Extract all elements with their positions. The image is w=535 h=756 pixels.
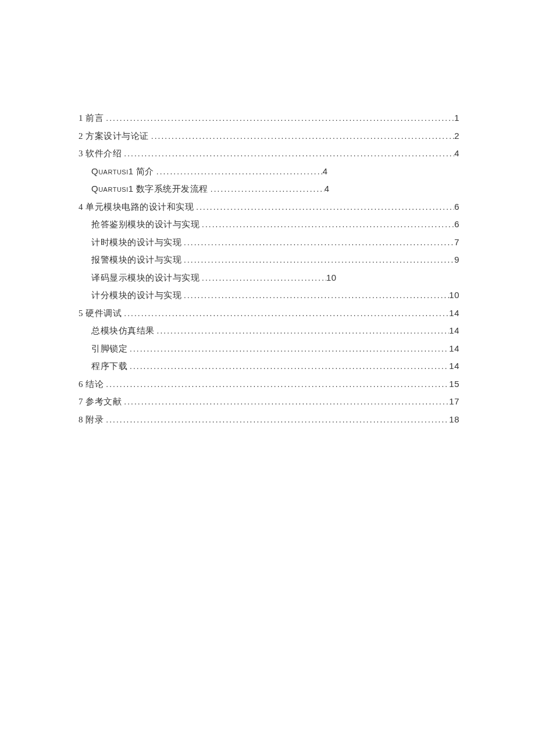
toc-leader [194, 203, 454, 211]
toc-page: 10 [326, 273, 337, 282]
toc-leader [199, 274, 326, 282]
toc-leader [122, 309, 449, 317]
toc-title: 程序下载 [91, 362, 127, 371]
toc-title: 3 软件介绍 [79, 149, 122, 158]
toc-title: 2 方案设计与论证 [79, 132, 149, 141]
toc-leader [181, 291, 449, 299]
toc-title: 1 前言 [79, 114, 104, 123]
toc-title: Quartusi1 数字系统开发流程 [91, 184, 208, 194]
toc-leader [104, 415, 449, 424]
toc-page: 9 [454, 255, 459, 264]
toc-entry: 计分模块的设计与实现 10 [79, 291, 459, 300]
toc-title: 总模块仿真结果 [91, 327, 155, 335]
toc-page: 6 [454, 202, 459, 211]
toc-entry: 总模块仿真结果 14 [79, 326, 459, 335]
toc-page: 18 [449, 415, 459, 424]
toc-entry: 3 软件介绍 4 [79, 149, 459, 158]
toc-entry: 程序下载 14 [79, 361, 459, 371]
toc-leader [155, 327, 450, 335]
toc-leader [122, 397, 449, 406]
toc-leader [104, 114, 454, 122]
toc-leader [127, 362, 449, 370]
toc-leader [104, 380, 449, 388]
toc-page: 17 [449, 397, 459, 406]
toc-title: 5 硬件调试 [79, 309, 122, 318]
toc-title: 计分模块的设计与实现 [91, 291, 181, 300]
toc-entry: 计时模块的设计与实现 7 [79, 238, 459, 247]
toc-title-sc: Quartusi1 [91, 166, 134, 176]
toc-page: 14 [449, 344, 459, 353]
toc-title: 8 附录 [79, 415, 104, 424]
toc-title: 引脚锁定 [91, 345, 127, 353]
toc-title: 抢答鉴别模块的设计与实现 [91, 220, 199, 229]
toc-entry: 抢答鉴别模块的设计与实现 6 [79, 220, 459, 229]
toc-title-rest: 简介 [134, 167, 154, 176]
toc-page: 14 [449, 361, 459, 370]
toc-leader [154, 167, 323, 175]
toc-page: 4 [324, 184, 330, 193]
toc-entry: 1 前言 1 [79, 113, 459, 123]
toc-page: 2 [454, 131, 459, 140]
toc-title: 计时模块的设计与实现 [91, 238, 181, 247]
toc-title: 7 参考文献 [79, 397, 122, 406]
toc-entry: 6 结论 15 [79, 379, 459, 389]
toc-page: 6 [454, 220, 459, 228]
toc-title: Quartusi1 简介 [91, 167, 154, 176]
toc-title: 译码显示模块的设计与实现 [91, 274, 199, 282]
toc-title: 6 结论 [79, 380, 104, 389]
toc-leader [149, 132, 454, 140]
toc-entry: Quartusi1 数字系统开发流程 4 [79, 184, 459, 194]
toc-entry: 4 单元模块电路的设计和实现 6 [79, 202, 459, 212]
toc-page: 4 [323, 167, 328, 175]
toc-entry: 8 附录 18 [79, 415, 459, 424]
toc-title: 4 单元模块电路的设计和实现 [79, 203, 194, 212]
toc-title: 报警模块的设计与实现 [91, 256, 181, 264]
toc-leader [208, 185, 324, 193]
toc-leader [199, 220, 454, 228]
toc-entry: 译码显示模块的设计与实现 10 [79, 273, 459, 282]
toc-page: 10 [449, 291, 459, 299]
toc-entry: 引脚锁定 14 [79, 344, 459, 353]
toc-page: 1 [454, 113, 459, 122]
toc-page: 15 [449, 379, 459, 388]
toc-leader [181, 238, 454, 246]
toc-leader [122, 149, 454, 157]
toc-page: 7 [454, 238, 459, 246]
toc-entry: 5 硬件调试 14 [79, 309, 459, 318]
toc-entry: 7 参考文献 17 [79, 397, 459, 406]
toc-entry: Quartusi1 简介 4 [79, 167, 459, 176]
toc-page: 14 [449, 326, 459, 335]
toc-entry: 报警模块的设计与实现 9 [79, 255, 459, 264]
toc-leader [181, 256, 454, 264]
toc-title-sc: Quartusi1 [91, 184, 134, 194]
table-of-contents: 1 前言 1 2 方案设计与论证 2 3 软件介绍 4 Quartusi1 简介… [79, 113, 459, 424]
toc-entry: 2 方案设计与论证 2 [79, 131, 459, 141]
toc-title-rest: 数字系统开发流程 [134, 184, 208, 194]
toc-page: 4 [454, 149, 459, 157]
toc-page: 14 [449, 309, 459, 317]
toc-leader [127, 345, 449, 353]
